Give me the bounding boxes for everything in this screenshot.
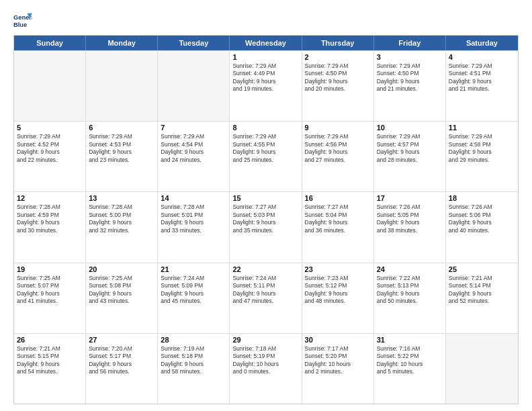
calendar-header: SundayMondayTuesdayWednesdayThursdayFrid… bbox=[14, 36, 518, 50]
day-cell-13: 13Sunrise: 7:28 AM Sunset: 5:00 PM Dayli… bbox=[86, 192, 158, 262]
day-info: Sunrise: 7:25 AM Sunset: 5:08 PM Dayligh… bbox=[89, 275, 154, 306]
day-info: Sunrise: 7:17 AM Sunset: 5:20 PM Dayligh… bbox=[305, 345, 371, 376]
day-info: Sunrise: 7:16 AM Sunset: 5:22 PM Dayligh… bbox=[377, 345, 443, 376]
day-cell-3: 3Sunrise: 7:29 AM Sunset: 4:50 PM Daylig… bbox=[374, 51, 446, 121]
day-number: 27 bbox=[89, 336, 154, 344]
day-cell-9: 9Sunrise: 7:29 AM Sunset: 4:56 PM Daylig… bbox=[302, 122, 374, 191]
day-number: 16 bbox=[305, 194, 371, 202]
day-number: 21 bbox=[161, 265, 226, 273]
day-cell-16: 16Sunrise: 7:27 AM Sunset: 5:04 PM Dayli… bbox=[302, 192, 374, 262]
calendar-body: 1Sunrise: 7:29 AM Sunset: 4:49 PM Daylig… bbox=[14, 50, 518, 404]
day-number: 10 bbox=[377, 124, 443, 132]
day-number: 15 bbox=[232, 194, 298, 202]
day-cell-15: 15Sunrise: 7:27 AM Sunset: 5:03 PM Dayli… bbox=[230, 192, 302, 262]
svg-text:Blue: Blue bbox=[13, 21, 27, 28]
logo: General Blue bbox=[13, 11, 35, 30]
day-info: Sunrise: 7:28 AM Sunset: 4:59 PM Dayligh… bbox=[17, 203, 83, 234]
day-info: Sunrise: 7:21 AM Sunset: 5:14 PM Dayligh… bbox=[449, 275, 515, 306]
day-number: 6 bbox=[89, 124, 154, 132]
day-info: Sunrise: 7:21 AM Sunset: 5:15 PM Dayligh… bbox=[17, 345, 83, 376]
day-cell-26: 26Sunrise: 7:21 AM Sunset: 5:15 PM Dayli… bbox=[14, 334, 86, 404]
weekday-header-friday: Friday bbox=[374, 36, 446, 50]
day-number: 19 bbox=[17, 265, 83, 273]
day-cell-10: 10Sunrise: 7:29 AM Sunset: 4:57 PM Dayli… bbox=[374, 122, 446, 191]
calendar: SundayMondayTuesdayWednesdayThursdayFrid… bbox=[13, 35, 519, 404]
weekday-header-saturday: Saturday bbox=[446, 36, 518, 50]
day-info: Sunrise: 7:19 AM Sunset: 5:18 PM Dayligh… bbox=[161, 345, 226, 376]
day-cell-4: 4Sunrise: 7:29 AM Sunset: 4:51 PM Daylig… bbox=[446, 51, 518, 121]
day-info: Sunrise: 7:27 AM Sunset: 5:03 PM Dayligh… bbox=[232, 203, 298, 234]
day-cell-18: 18Sunrise: 7:26 AM Sunset: 5:06 PM Dayli… bbox=[446, 192, 518, 262]
day-info: Sunrise: 7:26 AM Sunset: 5:05 PM Dayligh… bbox=[377, 203, 443, 234]
day-info: Sunrise: 7:22 AM Sunset: 5:13 PM Dayligh… bbox=[377, 275, 443, 306]
day-info: Sunrise: 7:29 AM Sunset: 4:51 PM Dayligh… bbox=[449, 62, 515, 93]
day-number: 11 bbox=[449, 124, 515, 132]
day-info: Sunrise: 7:20 AM Sunset: 5:17 PM Dayligh… bbox=[89, 345, 154, 376]
day-cell-23: 23Sunrise: 7:23 AM Sunset: 5:12 PM Dayli… bbox=[302, 263, 374, 333]
calendar-row-1: 1Sunrise: 7:29 AM Sunset: 4:49 PM Daylig… bbox=[14, 50, 518, 121]
day-cell-2: 2Sunrise: 7:29 AM Sunset: 4:50 PM Daylig… bbox=[302, 51, 374, 121]
day-number: 26 bbox=[17, 336, 83, 344]
day-info: Sunrise: 7:29 AM Sunset: 4:57 PM Dayligh… bbox=[377, 133, 443, 164]
day-info: Sunrise: 7:29 AM Sunset: 4:56 PM Dayligh… bbox=[305, 133, 371, 164]
day-cell-30: 30Sunrise: 7:17 AM Sunset: 5:20 PM Dayli… bbox=[302, 334, 374, 404]
day-number: 22 bbox=[232, 265, 298, 273]
day-number: 18 bbox=[449, 194, 515, 202]
day-info: Sunrise: 7:23 AM Sunset: 5:12 PM Dayligh… bbox=[305, 275, 371, 306]
day-cell-1: 1Sunrise: 7:29 AM Sunset: 4:49 PM Daylig… bbox=[230, 51, 302, 121]
day-cell-17: 17Sunrise: 7:26 AM Sunset: 5:05 PM Dayli… bbox=[374, 192, 446, 262]
empty-cell bbox=[86, 51, 158, 121]
day-cell-7: 7Sunrise: 7:29 AM Sunset: 4:54 PM Daylig… bbox=[158, 122, 230, 191]
day-number: 29 bbox=[232, 336, 298, 344]
empty-cell bbox=[446, 334, 518, 404]
weekday-header-monday: Monday bbox=[86, 36, 158, 50]
empty-cell bbox=[158, 51, 230, 121]
day-number: 3 bbox=[377, 53, 443, 61]
day-cell-28: 28Sunrise: 7:19 AM Sunset: 5:18 PM Dayli… bbox=[158, 334, 230, 404]
day-number: 2 bbox=[305, 53, 371, 61]
day-number: 13 bbox=[89, 194, 154, 202]
weekday-header-wednesday: Wednesday bbox=[230, 36, 302, 50]
day-cell-21: 21Sunrise: 7:24 AM Sunset: 5:09 PM Dayli… bbox=[158, 263, 230, 333]
day-info: Sunrise: 7:29 AM Sunset: 4:58 PM Dayligh… bbox=[449, 133, 515, 164]
day-cell-27: 27Sunrise: 7:20 AM Sunset: 5:17 PM Dayli… bbox=[86, 334, 158, 404]
day-info: Sunrise: 7:29 AM Sunset: 4:50 PM Dayligh… bbox=[377, 62, 443, 93]
day-info: Sunrise: 7:24 AM Sunset: 5:11 PM Dayligh… bbox=[232, 275, 298, 306]
day-number: 20 bbox=[89, 265, 154, 273]
day-cell-6: 6Sunrise: 7:29 AM Sunset: 4:53 PM Daylig… bbox=[86, 122, 158, 191]
day-number: 4 bbox=[449, 53, 515, 61]
day-info: Sunrise: 7:18 AM Sunset: 5:19 PM Dayligh… bbox=[232, 345, 298, 376]
weekday-header-thursday: Thursday bbox=[302, 36, 374, 50]
day-info: Sunrise: 7:26 AM Sunset: 5:06 PM Dayligh… bbox=[449, 203, 515, 234]
day-number: 5 bbox=[17, 124, 83, 132]
day-info: Sunrise: 7:27 AM Sunset: 5:04 PM Dayligh… bbox=[305, 203, 371, 234]
weekday-header-sunday: Sunday bbox=[14, 36, 86, 50]
day-info: Sunrise: 7:25 AM Sunset: 5:07 PM Dayligh… bbox=[17, 275, 83, 306]
day-number: 7 bbox=[161, 124, 226, 132]
calendar-row-5: 26Sunrise: 7:21 AM Sunset: 5:15 PM Dayli… bbox=[14, 333, 518, 404]
day-number: 30 bbox=[305, 336, 371, 344]
day-cell-31: 31Sunrise: 7:16 AM Sunset: 5:22 PM Dayli… bbox=[374, 334, 446, 404]
day-info: Sunrise: 7:24 AM Sunset: 5:09 PM Dayligh… bbox=[161, 275, 226, 306]
calendar-row-2: 5Sunrise: 7:29 AM Sunset: 4:52 PM Daylig… bbox=[14, 121, 518, 191]
day-cell-8: 8Sunrise: 7:29 AM Sunset: 4:55 PM Daylig… bbox=[230, 122, 302, 191]
day-info: Sunrise: 7:29 AM Sunset: 4:52 PM Dayligh… bbox=[17, 133, 83, 164]
day-cell-14: 14Sunrise: 7:28 AM Sunset: 5:01 PM Dayli… bbox=[158, 192, 230, 262]
day-cell-22: 22Sunrise: 7:24 AM Sunset: 5:11 PM Dayli… bbox=[230, 263, 302, 333]
empty-cell bbox=[14, 51, 86, 121]
day-info: Sunrise: 7:29 AM Sunset: 4:50 PM Dayligh… bbox=[305, 62, 371, 93]
day-cell-5: 5Sunrise: 7:29 AM Sunset: 4:52 PM Daylig… bbox=[14, 122, 86, 191]
day-number: 28 bbox=[161, 336, 226, 344]
day-number: 14 bbox=[161, 194, 226, 202]
day-info: Sunrise: 7:29 AM Sunset: 4:54 PM Dayligh… bbox=[161, 133, 226, 164]
day-number: 25 bbox=[449, 265, 515, 273]
day-cell-19: 19Sunrise: 7:25 AM Sunset: 5:07 PM Dayli… bbox=[14, 263, 86, 333]
day-cell-12: 12Sunrise: 7:28 AM Sunset: 4:59 PM Dayli… bbox=[14, 192, 86, 262]
weekday-header-tuesday: Tuesday bbox=[158, 36, 230, 50]
day-info: Sunrise: 7:29 AM Sunset: 4:49 PM Dayligh… bbox=[232, 62, 298, 93]
day-number: 9 bbox=[305, 124, 371, 132]
day-cell-24: 24Sunrise: 7:22 AM Sunset: 5:13 PM Dayli… bbox=[374, 263, 446, 333]
day-number: 1 bbox=[232, 53, 298, 61]
day-info: Sunrise: 7:29 AM Sunset: 4:53 PM Dayligh… bbox=[89, 133, 154, 164]
calendar-row-3: 12Sunrise: 7:28 AM Sunset: 4:59 PM Dayli… bbox=[14, 191, 518, 262]
